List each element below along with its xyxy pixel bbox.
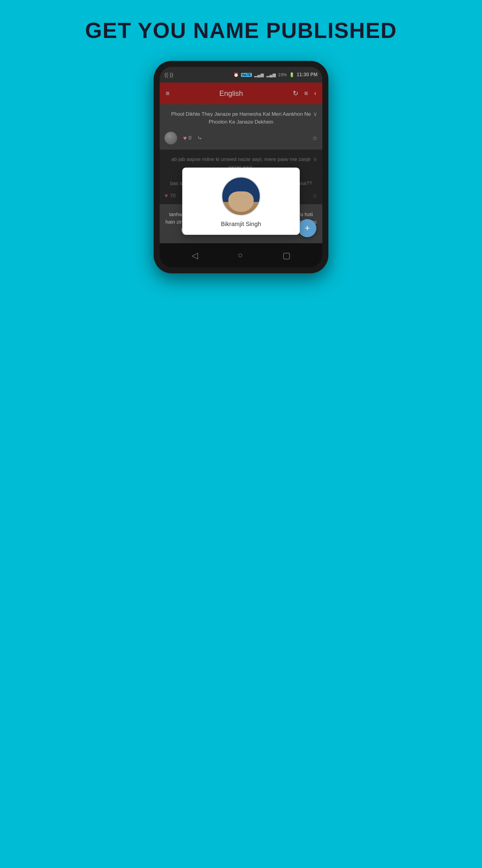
signal-icon-2: ▂▄▆ xyxy=(266,72,276,77)
signal-icon: ▂▄▆ xyxy=(254,72,264,77)
phone-frame: ((·)) ⏰ VoLTE ▂▄▆ ▂▄▆ 23% 🔋 11:30 PM ≡ E… xyxy=(154,61,328,273)
app-title: English xyxy=(175,89,287,98)
nav-bar: ◁ ○ ▢ xyxy=(160,243,322,267)
status-left: ((·)) xyxy=(164,72,173,78)
like-count-1: 0 xyxy=(189,135,191,141)
heart-icon-1: ♥ xyxy=(183,135,187,142)
app-bar: ≡ English ↻ ≡ ‹ xyxy=(160,83,322,104)
share-icon-1[interactable]: ⤷ xyxy=(197,134,202,142)
dialog-user-name: Bikramjit Singh xyxy=(221,221,261,227)
dialog-overlay: Bikramjit Singh xyxy=(160,150,322,204)
status-bar: ((·)) ⏰ VoLTE ▂▄▆ ▂▄▆ 23% 🔋 11:30 PM xyxy=(160,67,322,83)
fab-button[interactable]: + xyxy=(298,219,316,237)
time-display: 11:30 PM xyxy=(297,72,318,78)
star-icon-1[interactable]: ☆ xyxy=(312,134,318,142)
chevron-down-icon-1[interactable]: ∨ xyxy=(313,110,318,118)
refresh-icon[interactable]: ↻ xyxy=(293,90,298,97)
dialog-avatar-face xyxy=(222,178,260,215)
back-icon[interactable]: ‹ xyxy=(314,90,316,97)
phone-screen: ((·)) ⏰ VoLTE ▂▄▆ ▂▄▆ 23% 🔋 11:30 PM ≡ E… xyxy=(160,67,322,267)
volte-badge: VoLTE xyxy=(241,73,252,77)
post-1-like[interactable]: ♥ 0 xyxy=(183,135,191,142)
menu-icon[interactable]: ≡ xyxy=(166,90,170,97)
back-nav-icon[interactable]: ◁ xyxy=(192,250,198,260)
battery-icon: 🔋 xyxy=(289,72,294,77)
wifi-icon: ((·)) xyxy=(164,72,173,78)
recent-nav-icon[interactable]: ▢ xyxy=(283,250,290,260)
avatar-placeholder xyxy=(164,132,177,144)
face-area xyxy=(228,191,254,212)
content-area: ∨ Phool Dikhte They Janaze pe Hamesha Ka… xyxy=(160,104,322,267)
post-1-text: Phool Dikhte They Janaze pe Hamesha Kal … xyxy=(164,110,318,126)
status-center: ⏰ VoLTE ▂▄▆ ▂▄▆ 23% 🔋 11:30 PM xyxy=(233,72,318,78)
post-1-avatar xyxy=(164,132,177,144)
post-1-body: ∨ Phool Dikhte They Janaze pe Hamesha Ka… xyxy=(160,104,322,150)
post-1-actions: ♥ 0 ⤷ ☆ xyxy=(164,130,318,146)
page-title: GET YOU NAME PUBLISHED xyxy=(85,18,397,43)
post-card-2-wrapper: ∨ ab jab aapse milne ki umeed nazar aayi… xyxy=(160,150,322,204)
dialog-avatar xyxy=(221,177,261,216)
filter-icon[interactable]: ≡ xyxy=(304,90,308,97)
post-card-1: ∨ Phool Dikhte They Janaze pe Hamesha Ka… xyxy=(160,104,322,150)
home-nav-icon[interactable]: ○ xyxy=(238,250,243,260)
dialog-card: Bikramjit Singh xyxy=(182,167,300,235)
battery-percent: 23% xyxy=(278,72,287,77)
alarm-icon: ⏰ xyxy=(233,72,238,77)
